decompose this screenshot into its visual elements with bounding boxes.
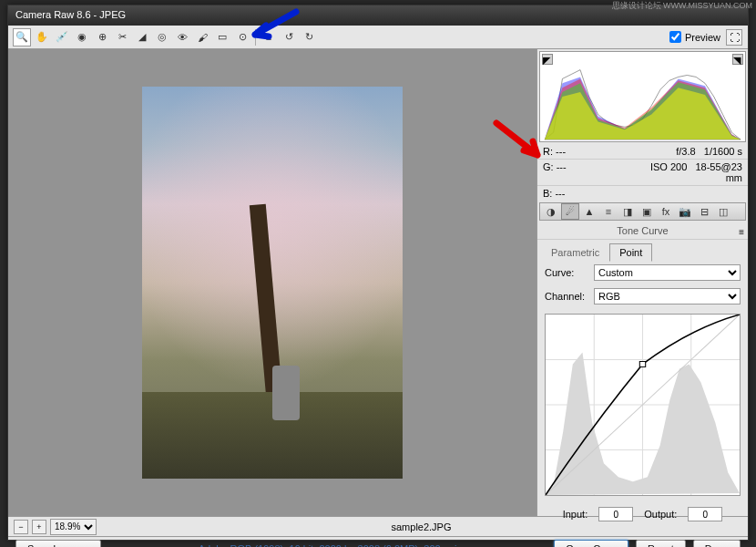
exif-iso-lens: ISO 200 18-55@23 mm [643, 161, 743, 183]
fullscreen-button[interactable]: ⛶ [726, 29, 742, 46]
zoom-in-button[interactable]: + [32, 520, 46, 534]
crop-tool[interactable]: ✂ [113, 28, 131, 46]
preview-image [142, 87, 403, 479]
presets-tab[interactable]: ⊟ [695, 203, 713, 220]
save-image-button[interactable]: Save Image... [15, 540, 101, 548]
histogram[interactable]: ◤ ◥ [539, 51, 746, 142]
toolbar: 🔍 ✋ 💉 ◉ ⊕ ✂ ◢ ◎ 👁 🖌 ▭ ⊙ ≡ ↺ ↻ Preview ⛶ [8, 26, 748, 49]
zoom-select[interactable]: 18.9% [50, 519, 97, 535]
curve-editor[interactable] [545, 314, 741, 496]
channel-select[interactable]: RGB [594, 288, 741, 304]
main-area: ◤ ◥ R: --- f/3.8 1/1600 s G: --- ISO 200… [8, 49, 748, 516]
annotation-arrow-red [492, 119, 547, 164]
curve-label: Curve: [545, 267, 588, 278]
red-eye-tool[interactable]: 👁 [173, 28, 191, 46]
panel-menu-icon[interactable]: ≡ [739, 226, 744, 236]
curve-row: Curve: Custom [537, 261, 748, 284]
tone-curve-tab[interactable]: ☄ [561, 203, 579, 220]
done-button[interactable]: Done [693, 540, 741, 548]
exif-r: R: --- [543, 146, 643, 157]
exif-aperture-shutter: f/3.8 1/1600 s [643, 146, 743, 157]
rotate-cw-tool[interactable]: ↻ [300, 28, 318, 46]
parametric-tab[interactable]: Parametric [541, 243, 609, 262]
curve-graph [546, 315, 740, 495]
reset-button[interactable]: Reset [636, 540, 686, 548]
exif-row-3: B: --- [537, 186, 748, 201]
panel-title: Tone Curve [537, 222, 748, 240]
hand-tool[interactable]: ✋ [33, 28, 51, 46]
split-toning-tab[interactable]: ◨ [618, 203, 637, 220]
open-copy-button[interactable]: Open Copy [554, 540, 628, 548]
filename-label: sample2.JPG [100, 521, 742, 532]
shadow-clip-icon[interactable]: ◤ [542, 54, 553, 65]
workflow-options-link[interactable]: Adobe RGB (1998); 16 bit; 2000 by 3008 (… [101, 543, 554, 548]
zoom-tool[interactable]: 🔍 [13, 28, 31, 46]
annotation-arrow-blue [246, 7, 301, 44]
exif-g: G: --- [543, 161, 643, 183]
sub-tabs: Parametric Point [541, 243, 744, 262]
right-panel: ◤ ◥ R: --- f/3.8 1/1600 s G: --- ISO 200… [536, 49, 748, 516]
camera-raw-window: Camera Raw 8.6 - JPEG 🔍 ✋ 💉 ◉ ⊕ ✂ ◢ ◎ 👁 … [7, 5, 749, 541]
highlight-clip-icon[interactable]: ◥ [732, 54, 743, 65]
effects-tab[interactable]: fx [657, 203, 675, 220]
exif-row-2: G: --- ISO 200 18-55@23 mm [537, 160, 748, 186]
histogram-graph [540, 52, 745, 141]
output-field[interactable] [688, 507, 722, 521]
adjustment-brush-tool[interactable]: 🖌 [193, 28, 211, 46]
channel-row: Channel: RGB [537, 284, 748, 308]
preview-pane[interactable] [8, 49, 536, 516]
white-balance-tool[interactable]: 💉 [53, 28, 71, 46]
channel-label: Channel: [545, 291, 588, 302]
targeted-adjustment-tool[interactable]: ⊕ [93, 28, 111, 46]
straighten-tool[interactable]: ◢ [133, 28, 151, 46]
spot-removal-tool[interactable]: ◎ [153, 28, 171, 46]
hsl-tab[interactable]: ≡ [599, 203, 618, 220]
lens-corrections-tab[interactable]: ▣ [638, 203, 656, 220]
bottom-bar: Save Image... Adobe RGB (1998); 16 bit; … [8, 536, 748, 547]
exif-b: B: --- [543, 188, 742, 199]
preview-checkbox-group: Preview [669, 31, 720, 43]
input-label: Input: [563, 509, 588, 520]
graduated-filter-tool[interactable]: ▭ [213, 28, 231, 46]
color-sampler-tool[interactable]: ◉ [73, 28, 91, 46]
point-tab[interactable]: Point [609, 243, 652, 262]
input-field[interactable] [598, 507, 633, 521]
zoom-out-button[interactable]: − [14, 520, 28, 534]
curve-select[interactable]: Custom [594, 264, 741, 281]
detail-tab[interactable]: ▲ [580, 203, 598, 220]
preview-checkbox[interactable] [669, 31, 681, 43]
output-label: Output: [644, 509, 677, 520]
camera-calibration-tab[interactable]: 📷 [676, 203, 694, 220]
preview-label: Preview [685, 32, 720, 43]
panel-tabs: ◑ ☄ ▲ ≡ ◨ ▣ fx 📷 ⊟ ◫ [539, 202, 746, 221]
exif-row-1: R: --- f/3.8 1/1600 s [537, 144, 748, 160]
watermark-text: 思缘设计论坛 WWW.MISSYUAN.COM [612, 0, 753, 12]
basic-tab[interactable]: ◑ [542, 203, 560, 220]
snapshots-tab[interactable]: ◫ [714, 203, 732, 220]
svg-rect-7 [639, 361, 645, 366]
